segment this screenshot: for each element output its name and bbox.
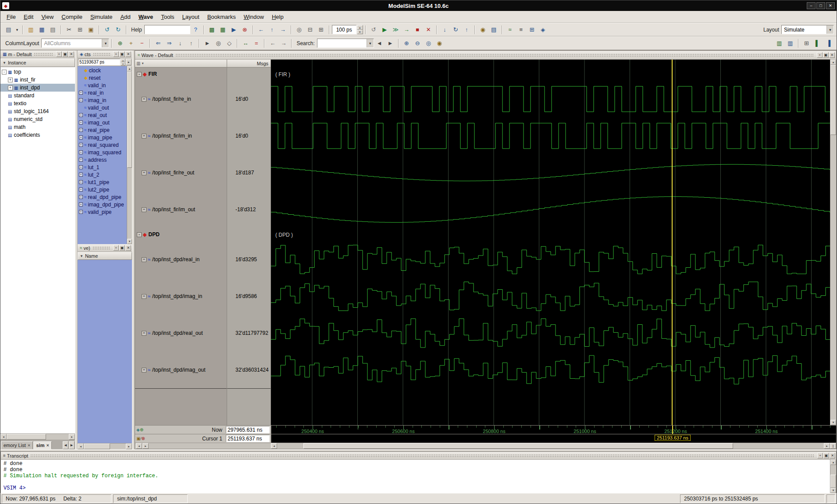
chevron-down-icon[interactable]: ▾ <box>367 39 374 47</box>
objects-signal-row[interactable]: + ≈ real_pipe <box>78 126 127 134</box>
menu-item[interactable]: Bookmarks <box>203 12 240 22</box>
html-help-icon[interactable]: ? <box>191 25 201 35</box>
run-icon[interactable]: ▶ <box>380 25 390 35</box>
scrollbar-thumb[interactable] <box>830 475 836 488</box>
tab-scroll-right-icon[interactable]: ▶ <box>69 441 75 449</box>
collapse-time-icon[interactable]: = <box>251 38 261 48</box>
expand-time-icon[interactable]: ↔ <box>240 38 250 48</box>
objects-signal-row[interactable]: + ≈ real_dpd_pipe <box>78 193 127 201</box>
panel-maximize-icon[interactable]: ▣ <box>119 245 125 251</box>
instance-tree-row[interactable]: ▤ numeric_std <box>0 115 75 123</box>
find-next-transition-icon[interactable]: ⇒ <box>164 38 174 48</box>
instance-column-header[interactable]: ▼ Instance <box>0 58 75 67</box>
instance-tree-row[interactable]: ▤ coefficients <box>0 131 75 139</box>
next-event-icon[interactable]: → <box>278 38 288 48</box>
collapse-columns-icon[interactable]: ▥ <box>785 38 795 48</box>
objects-signal-row[interactable]: ◆ reset <box>78 74 127 82</box>
memory-profile-icon[interactable]: ▤ <box>489 25 499 35</box>
close-button[interactable]: ✕ <box>826 2 835 9</box>
tab-close-icon[interactable]: ✕ <box>28 444 31 447</box>
objects-signal-row[interactable]: ≈ valid_out <box>78 104 127 111</box>
scroll-left-icon[interactable]: ◂ <box>271 443 277 449</box>
objects-signal-row[interactable]: + ≈ imag_pipe <box>78 134 127 141</box>
run-all-icon[interactable]: → <box>402 25 412 35</box>
follow-time-icon[interactable]: ▸ <box>126 59 132 65</box>
right-pane-icon[interactable]: ▐ <box>823 38 833 48</box>
environment-up-icon[interactable]: ↑ <box>267 25 277 35</box>
columnlayout-combo[interactable]: AllColumns ▾ <box>41 39 109 48</box>
run-length-down-icon[interactable]: ▾ <box>357 30 363 35</box>
zoom-mode-icon[interactable]: ◎ <box>213 38 223 48</box>
scroll-right-icon[interactable]: ▸ <box>126 444 132 449</box>
paste-icon[interactable]: ▣ <box>86 25 96 35</box>
wave-row-re-out[interactable]: + ≈ /top/inst_fir/re_out <box>135 154 227 191</box>
objects-signal-row[interactable]: + ≈ valid_pipe <box>78 208 127 216</box>
objects-signal-row[interactable]: + ≈ real_out <box>78 111 127 119</box>
panel-close-icon[interactable]: ✕ <box>830 453 835 458</box>
signal-expander-icon[interactable]: + <box>79 195 83 199</box>
page-right-icon[interactable]: ▸ <box>142 443 149 449</box>
wave-value-column-header[interactable]: Msgs <box>227 60 271 67</box>
scrollbar-thumb[interactable] <box>303 443 733 449</box>
panel-close-icon[interactable]: ✕ <box>125 51 131 57</box>
objects-signal-row[interactable]: + ≈ lut_1 <box>78 163 127 171</box>
signal-expander-icon[interactable]: + <box>79 180 83 184</box>
objects-signal-row[interactable]: + ≈ lut_2 <box>78 171 127 178</box>
wave-value-row[interactable]: 32'd11797792 <box>227 315 271 351</box>
objects-time-value[interactable]: 51193637 ps <box>78 59 120 65</box>
cursor-track[interactable]: 251193.637 ns <box>271 434 836 443</box>
step-out-icon[interactable]: ↑ <box>462 25 472 35</box>
panel-close-icon[interactable]: ✕ <box>125 245 131 251</box>
signal-expander-icon[interactable]: + <box>79 143 83 147</box>
cut-icon[interactable]: ✂ <box>64 25 74 35</box>
objects-panel-header[interactable]: ◈ cts +▣✕ <box>78 50 132 58</box>
transcript-output[interactable]: # done# done# Simulation halt requested … <box>1 460 830 493</box>
tab-memory-list[interactable]: emory List ✕ <box>1 441 33 449</box>
menu-item[interactable]: View <box>37 12 57 22</box>
objects-vscrollbar[interactable]: ▲ ▼ <box>127 66 132 244</box>
wave-row-im-out[interactable]: + ≈ /top/inst_fir/im_out <box>135 191 227 228</box>
menu-item[interactable]: Simulate <box>86 12 117 22</box>
scroll-up-icon[interactable]: ▲ <box>830 460 836 465</box>
objects-signal-row[interactable]: + ≈ lut1_pipe <box>78 178 127 186</box>
search-reverse-icon[interactable]: ◄ <box>374 38 385 48</box>
step-into-icon[interactable]: ↓ <box>440 25 450 35</box>
instance-tree-row[interactable]: ▤ math <box>0 123 75 131</box>
panel-undock-icon[interactable]: + <box>817 453 823 458</box>
expand-all-columns-icon[interactable]: ▥ <box>774 38 784 48</box>
panel-undock-icon[interactable]: + <box>113 51 119 57</box>
find-rising-edge-icon[interactable]: ↑ <box>186 38 196 48</box>
objects-time-spinner[interactable]: ▴ ▾ <box>121 59 125 65</box>
wave-row-real-out[interactable]: + ≈ /top/inst_dpd/real_out <box>135 315 227 351</box>
signal-expander-icon[interactable]: + <box>79 91 83 95</box>
objects-window-icon[interactable]: ◈ <box>538 25 548 35</box>
add-cursor-icon[interactable]: + <box>126 38 136 48</box>
scroll-down-icon[interactable]: ▼ <box>830 488 836 493</box>
edit-mode-icon[interactable]: ◇ <box>224 38 234 48</box>
scrollbar-thumb[interactable] <box>7 434 46 440</box>
timeline-mode-icon[interactable]: ⊕ <box>140 427 143 432</box>
chevron-down-icon[interactable]: ▾ <box>102 39 109 47</box>
cursor-time-badge[interactable]: 251193.637 ns <box>655 435 691 441</box>
menu-item[interactable]: Edit <box>20 12 37 22</box>
signal-expander-icon[interactable]: + <box>79 188 83 192</box>
panel-grip[interactable] <box>175 53 814 57</box>
wave-expander-icon[interactable]: + <box>142 170 146 175</box>
menu-item[interactable]: Help <box>268 12 288 22</box>
wave-value-row[interactable] <box>227 228 271 241</box>
scroll-right-icon[interactable]: ▸ <box>69 434 75 440</box>
status-grip-cell[interactable] <box>826 494 835 503</box>
wave-name-column-header[interactable]: ▥ ▾ <box>135 60 227 67</box>
undo-icon[interactable]: ↺ <box>102 25 112 35</box>
wave-value-row[interactable]: 32'd36031424 <box>227 351 271 388</box>
wave-value-row[interactable] <box>227 67 271 81</box>
signal-expander-icon[interactable]: + <box>79 128 83 132</box>
wave-group-fir[interactable]: - ◆ FIR <box>135 67 227 81</box>
wave-row-imag-in[interactable]: + ≈ /top/inst_dpd/imag_in <box>135 278 227 315</box>
add-selected-icon[interactable]: ⊕ <box>115 38 125 48</box>
environment-back-icon[interactable]: ← <box>256 25 266 35</box>
previous-event-icon[interactable]: ← <box>267 38 278 48</box>
delete-cursor-icon[interactable]: − <box>137 38 147 48</box>
instance-tree-row[interactable]: - ▦ top <box>0 68 75 76</box>
objects-hscrollbar[interactable]: ◂ ▸ <box>78 443 132 449</box>
